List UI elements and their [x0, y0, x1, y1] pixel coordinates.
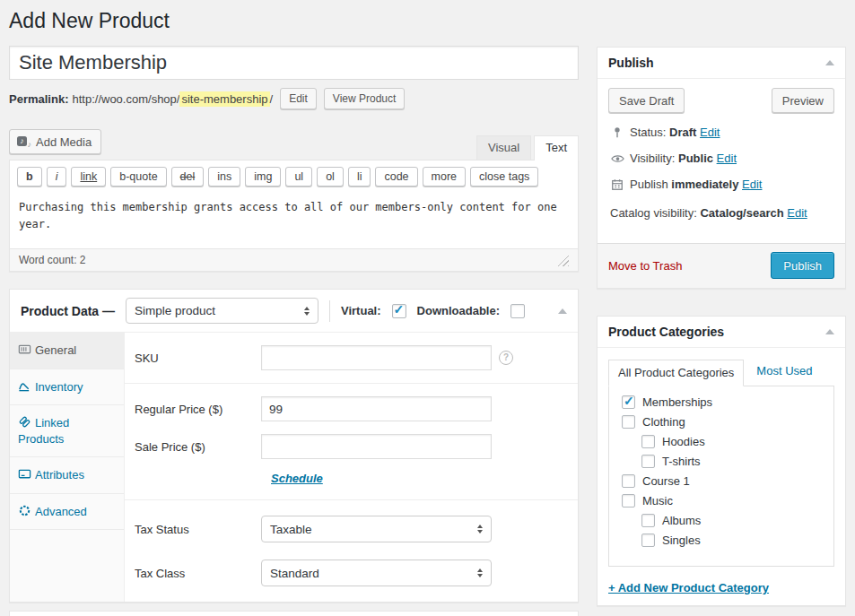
eye-icon	[610, 153, 624, 164]
select-arrows-icon	[477, 525, 483, 534]
quicktag-more-button[interactable]: more	[423, 167, 466, 187]
quicktag-i-button[interactable]: i	[47, 167, 67, 187]
quicktag-close-tags-button[interactable]: close tags	[470, 167, 538, 187]
edit-publish-date-link[interactable]: Edit	[742, 178, 762, 191]
add-media-button[interactable]: ♪♪ Add Media	[9, 129, 101, 154]
product-data-tab-advanced[interactable]: Advanced	[10, 494, 124, 531]
product-data-tab-linked[interactable]: Linked Products	[10, 405, 124, 457]
editor-resize-handle[interactable]	[557, 255, 569, 266]
visibility-row: Visibility: Public Edit	[610, 152, 833, 165]
category-label: Hoodies	[662, 435, 705, 448]
quicktags-toolbar: bilinkb-quotedelinsimgulollicodemoreclos…	[10, 161, 578, 191]
sale-price-input[interactable]	[261, 434, 492, 459]
category-item: Singles	[641, 534, 826, 547]
publish-when-value: immediately	[671, 178, 738, 191]
sku-group: SKU ?	[125, 333, 578, 384]
quicktag-del-button[interactable]: del	[171, 167, 205, 187]
main-column: Add New Product Permalink: http://woo.co…	[9, 7, 579, 603]
category-label: Singles	[662, 534, 701, 547]
product-type-select[interactable]: Simple product	[126, 298, 318, 324]
sidebar: Publish Save Draft Preview Status: Draft…	[597, 47, 846, 606]
calendar-icon	[610, 178, 624, 191]
permalink-slug[interactable]: site-membership	[179, 91, 269, 107]
next-metabox-edge	[9, 611, 579, 616]
category-checkbox-course-1[interactable]	[622, 474, 635, 488]
view-product-button[interactable]: View Product	[324, 88, 405, 109]
editor-textarea[interactable]: Purchasing this membership grants access…	[10, 191, 578, 248]
schedule-link[interactable]: Schedule	[271, 472, 323, 485]
category-checklist: MembershipsClothingHoodiesT-shirtsCourse…	[608, 386, 834, 567]
downloadable-checkbox[interactable]	[510, 304, 525, 318]
product-data-tab-general[interactable]: General	[10, 333, 124, 369]
category-label: Albums	[662, 514, 701, 527]
downloadable-label: Downloadable:	[417, 304, 500, 317]
quicktag-ol-button[interactable]: ol	[317, 167, 344, 187]
category-label: T-shirts	[662, 455, 701, 468]
word-count: Word count: 2	[19, 254, 86, 266]
schedule-publish-row: Publish immediately Edit	[610, 178, 833, 191]
permalink-url: http://woo.com/shop/site-membership/	[72, 92, 273, 106]
category-item: Albums	[641, 514, 826, 527]
add-new-category-link[interactable]: + Add New Product Category	[608, 581, 769, 594]
quicktag-code-button[interactable]: code	[375, 167, 417, 187]
product-data-tabs: GeneralInventoryLinked ProductsAttribute…	[10, 333, 125, 602]
help-icon[interactable]: ?	[499, 351, 513, 365]
select-arrows-icon	[477, 568, 483, 577]
category-label: Clothing	[642, 415, 685, 429]
save-draft-button[interactable]: Save Draft	[608, 88, 685, 113]
collapse-toggle-icon[interactable]	[825, 60, 834, 65]
move-to-trash-link[interactable]: Move to Trash	[608, 259, 682, 273]
quicktag-ins-button[interactable]: ins	[208, 167, 240, 187]
tab-visual[interactable]: Visual	[476, 135, 531, 160]
sale-price-label: Sale Price ($)	[125, 440, 261, 454]
tax-group: Tax Status Taxable Tax Class Standard	[125, 500, 578, 602]
preview-button[interactable]: Preview	[772, 88, 834, 113]
collapse-toggle-icon[interactable]	[825, 329, 834, 334]
tax-status-select[interactable]: Taxable	[261, 516, 492, 542]
quicktag-img-button[interactable]: img	[245, 167, 281, 187]
linked-icon	[18, 415, 31, 429]
category-checkbox-memberships[interactable]	[622, 395, 635, 409]
quicktag-link-button[interactable]: link	[71, 167, 106, 187]
publish-button[interactable]: Publish	[771, 252, 834, 279]
permalink: Permalink: http://woo.com/shop/site-memb…	[9, 88, 579, 109]
collapse-toggle-icon[interactable]	[558, 308, 567, 314]
product-title-input[interactable]	[9, 46, 579, 80]
category-item: Music	[622, 494, 826, 508]
category-checkbox-singles[interactable]	[641, 534, 655, 547]
pin-icon	[610, 126, 624, 139]
tax-class-select[interactable]: Standard	[261, 560, 492, 586]
tab-all-categories[interactable]: All Product Categories	[608, 360, 744, 386]
category-checkbox-albums[interactable]	[641, 514, 655, 527]
edit-catalog-visibility-link[interactable]: Edit	[787, 206, 807, 220]
publish-box-title: Publish	[608, 56, 654, 70]
category-checkbox-hoodies[interactable]	[641, 435, 655, 448]
virtual-checkbox[interactable]	[392, 304, 406, 318]
quicktag-li-button[interactable]: li	[348, 167, 371, 187]
category-label: Music	[642, 494, 673, 508]
editor-mode-tabs: Visual Text	[476, 135, 579, 160]
sku-input[interactable]	[261, 345, 492, 370]
category-label: Course 1	[642, 474, 690, 488]
content-editor: ♪♪ Add Media Visual Text bilinkb-quotede…	[9, 129, 579, 272]
category-item: Course 1	[622, 474, 826, 488]
category-checkbox-music[interactable]	[622, 494, 635, 508]
tab-text[interactable]: Text	[534, 135, 579, 161]
category-checkbox-t-shirts[interactable]	[641, 455, 655, 468]
category-item: Memberships	[622, 395, 826, 409]
quicktag-b-quote-button[interactable]: b-quote	[110, 167, 166, 187]
tab-most-used[interactable]: Most Used	[744, 359, 824, 386]
media-icon: ♪♪	[17, 135, 31, 148]
quicktag-ul-button[interactable]: ul	[285, 167, 312, 187]
permalink-edit-button[interactable]: Edit	[280, 88, 317, 109]
status-row: Status: Draft Edit	[610, 126, 833, 139]
product-data-tab-attributes[interactable]: Attributes	[10, 457, 124, 494]
category-item: Hoodies	[641, 435, 826, 448]
edit-visibility-link[interactable]: Edit	[717, 152, 737, 165]
regular-price-input[interactable]	[261, 396, 492, 421]
quicktag-b-button[interactable]: b	[17, 167, 42, 187]
tax-class-label: Tax Class	[125, 567, 261, 580]
product-data-tab-inventory[interactable]: Inventory	[10, 369, 124, 406]
edit-status-link[interactable]: Edit	[700, 126, 720, 139]
category-checkbox-clothing[interactable]	[622, 415, 635, 429]
